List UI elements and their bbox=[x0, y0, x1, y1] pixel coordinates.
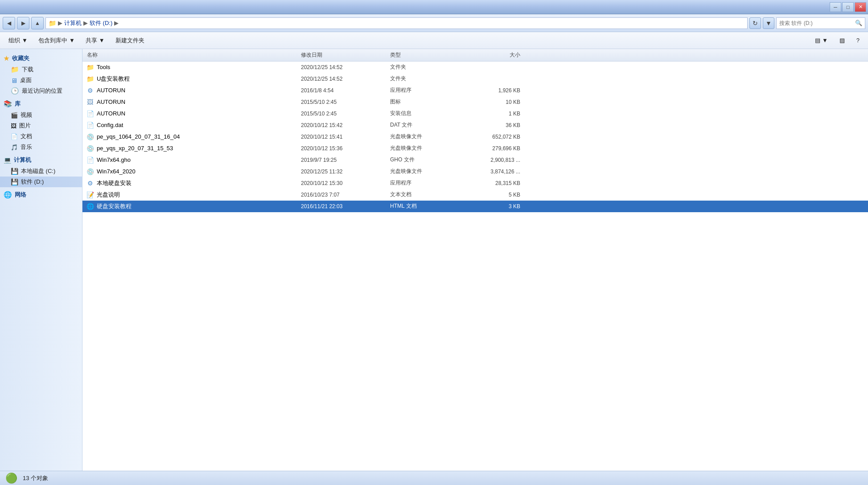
desktop-icon: 🖥 bbox=[11, 77, 17, 84]
path-drive[interactable]: 软件 (D:) bbox=[90, 19, 112, 27]
file-type: 文件夹 bbox=[388, 63, 469, 71]
search-input[interactable] bbox=[779, 20, 853, 26]
file-size: 279,696 KB bbox=[469, 145, 522, 152]
sidebar: ★ 收藏夹 📁 下载 🖥 桌面 🕒 最近访问的位置 📚 库 bbox=[0, 49, 82, 471]
address-path: 📁 ▶ 计算机 ▶ 软件 (D:) ▶ bbox=[45, 17, 748, 29]
status-count: 13 个对象 bbox=[23, 474, 48, 482]
organize-dropdown-icon: ▼ bbox=[22, 37, 28, 44]
sidebar-item-drive-d[interactable]: 💾 软件 (D:) bbox=[0, 177, 82, 187]
table-row[interactable]: 📝 光盘说明 2016/10/23 7:07 文本文档 5 KB bbox=[82, 189, 868, 201]
close-button[interactable]: ✕ bbox=[855, 2, 866, 12]
sidebar-item-image[interactable]: 🖼 图片 bbox=[0, 120, 82, 131]
file-type: 安装信息 bbox=[388, 110, 469, 117]
address-right: ↻ ▼ 🔍 bbox=[749, 17, 865, 29]
file-date: 2020/10/12 15:42 bbox=[299, 122, 388, 128]
drive-c-icon: 💾 bbox=[11, 168, 18, 175]
file-size: 10 KB bbox=[469, 99, 522, 105]
up-button[interactable]: ▲ bbox=[31, 17, 44, 29]
share-button[interactable]: 共享 ▼ bbox=[81, 34, 110, 47]
organize-button[interactable]: 组织 ▼ bbox=[4, 34, 33, 47]
forward-button[interactable]: ▶ bbox=[17, 17, 29, 29]
table-row[interactable]: 📄 AUTORUN 2015/5/10 2:45 安装信息 1 KB bbox=[82, 108, 868, 119]
dropdown-button[interactable]: ▼ bbox=[763, 17, 774, 29]
main-layout: ★ 收藏夹 📁 下载 🖥 桌面 🕒 最近访问的位置 📚 库 bbox=[0, 49, 868, 471]
refresh-button[interactable]: ↻ bbox=[749, 17, 761, 29]
file-icon: 📁 bbox=[85, 64, 95, 71]
doc-icon: 📄 bbox=[11, 133, 18, 140]
file-name: pe_yqs_xp_20_07_31_15_53 bbox=[95, 145, 299, 152]
sidebar-item-video[interactable]: 🎬 视频 bbox=[0, 110, 82, 120]
sidebar-item-local-c[interactable]: 💾 本地磁盘 (C:) bbox=[0, 166, 82, 177]
file-type: GHO 文件 bbox=[388, 156, 469, 164]
col-type-header[interactable]: 类型 bbox=[388, 51, 469, 59]
sidebar-computer-label: 计算机 bbox=[14, 156, 31, 164]
path-sep-2: ▶ bbox=[83, 20, 88, 26]
new-folder-button[interactable]: 新建文件夹 bbox=[111, 34, 149, 47]
minimize-button[interactable]: ─ bbox=[830, 2, 841, 12]
sidebar-item-music[interactable]: 🎵 音乐 bbox=[0, 142, 82, 152]
file-list: 📁 Tools 2020/12/25 14:52 文件夹 📁 U盘安装教程 20… bbox=[82, 62, 868, 471]
sidebar-desktop-label: 桌面 bbox=[20, 76, 32, 84]
file-date: 2020/12/25 11:32 bbox=[299, 169, 388, 175]
folder-icon: 📁 bbox=[11, 66, 19, 74]
view-button[interactable]: ▤ ▼ bbox=[810, 34, 833, 47]
sidebar-library-header[interactable]: 📚 库 bbox=[0, 98, 82, 110]
col-name-header[interactable]: 名称 bbox=[85, 51, 299, 59]
table-row[interactable]: 💿 pe_yqs_xp_20_07_31_15_53 2020/10/12 15… bbox=[82, 143, 868, 154]
include-library-button[interactable]: 包含到库中 ▼ bbox=[33, 34, 80, 47]
table-row[interactable]: ⚙ 本地硬盘安装 2020/10/12 15:30 应用程序 28,315 KB bbox=[82, 177, 868, 189]
path-computer[interactable]: 计算机 bbox=[64, 19, 82, 27]
table-row[interactable]: ⚙ AUTORUN 2016/1/8 4:54 应用程序 1,926 KB bbox=[82, 85, 868, 96]
col-size-header[interactable]: 大小 bbox=[469, 51, 522, 59]
sidebar-drive-d-label: 软件 (D:) bbox=[21, 178, 44, 186]
search-icon[interactable]: 🔍 bbox=[855, 20, 862, 26]
maximize-button[interactable]: □ bbox=[842, 2, 854, 12]
back-button[interactable]: ◀ bbox=[3, 17, 15, 29]
sidebar-favorites-header[interactable]: ★ 收藏夹 bbox=[0, 53, 82, 64]
video-icon: 🎬 bbox=[11, 112, 18, 119]
file-date: 2020/10/12 15:41 bbox=[299, 134, 388, 140]
sidebar-item-recent[interactable]: 🕒 最近访问的位置 bbox=[0, 86, 82, 96]
file-size: 1 KB bbox=[469, 111, 522, 117]
file-size: 36 KB bbox=[469, 122, 522, 128]
new-folder-label: 新建文件夹 bbox=[115, 37, 144, 45]
sidebar-doc-label: 文档 bbox=[21, 132, 32, 140]
search-box: 🔍 bbox=[776, 17, 865, 29]
file-name: 光盘说明 bbox=[95, 191, 299, 199]
table-row[interactable]: 📄 Win7x64.gho 2019/9/7 19:25 GHO 文件 2,90… bbox=[82, 154, 868, 166]
status-bar: 🟢 13 个对象 bbox=[0, 471, 868, 485]
file-name: Tools bbox=[95, 64, 299, 70]
sidebar-music-label: 音乐 bbox=[21, 143, 32, 151]
file-name: Win7x64_2020 bbox=[95, 168, 299, 175]
file-date: 2016/1/8 4:54 bbox=[299, 87, 388, 94]
sidebar-favorites-label: 收藏夹 bbox=[12, 54, 29, 62]
sidebar-item-doc[interactable]: 📄 文档 bbox=[0, 131, 82, 142]
sidebar-computer-header[interactable]: 💻 计算机 bbox=[0, 154, 82, 166]
table-row[interactable]: 📄 Config.dat 2020/10/12 15:42 DAT 文件 36 … bbox=[82, 119, 868, 131]
col-date-header[interactable]: 修改日期 bbox=[299, 51, 388, 59]
preview-button[interactable]: ▨ bbox=[835, 34, 850, 47]
table-row[interactable]: 🌐 硬盘安装教程 2016/11/21 22:03 HTML 文档 3 KB bbox=[82, 201, 868, 212]
view-dropdown-icon: ▼ bbox=[822, 37, 828, 44]
table-row[interactable]: 💿 Win7x64_2020 2020/12/25 11:32 光盘映像文件 3… bbox=[82, 166, 868, 177]
view-icon: ▤ bbox=[815, 37, 820, 44]
file-name: Win7x64.gho bbox=[95, 156, 299, 163]
table-row[interactable]: 📁 U盘安装教程 2020/12/25 14:52 文件夹 bbox=[82, 73, 868, 85]
file-type: 光盘映像文件 bbox=[388, 133, 469, 140]
help-button[interactable]: ? bbox=[852, 34, 864, 47]
file-icon: 📁 bbox=[85, 75, 95, 82]
file-size: 2,900,813 ... bbox=[469, 157, 522, 163]
sidebar-network-header[interactable]: 🌐 网络 bbox=[0, 189, 82, 201]
file-name: U盘安装教程 bbox=[95, 75, 299, 83]
file-type: 光盘映像文件 bbox=[388, 168, 469, 175]
table-row[interactable]: 🖼 AUTORUN 2015/5/10 2:45 图标 10 KB bbox=[82, 96, 868, 108]
share-label: 共享 bbox=[86, 37, 97, 45]
image-icon: 🖼 bbox=[11, 123, 16, 129]
sidebar-favorites-section: ★ 收藏夹 📁 下载 🖥 桌面 🕒 最近访问的位置 bbox=[0, 53, 82, 96]
table-row[interactable]: 📁 Tools 2020/12/25 14:52 文件夹 bbox=[82, 62, 868, 73]
file-type: 文本文档 bbox=[388, 191, 469, 198]
sidebar-item-desktop[interactable]: 🖥 桌面 bbox=[0, 75, 82, 86]
sidebar-item-downloads[interactable]: 📁 下载 bbox=[0, 64, 82, 75]
table-row[interactable]: 💿 pe_yqs_1064_20_07_31_16_04 2020/10/12 … bbox=[82, 131, 868, 143]
organize-label: 组织 bbox=[8, 37, 20, 45]
